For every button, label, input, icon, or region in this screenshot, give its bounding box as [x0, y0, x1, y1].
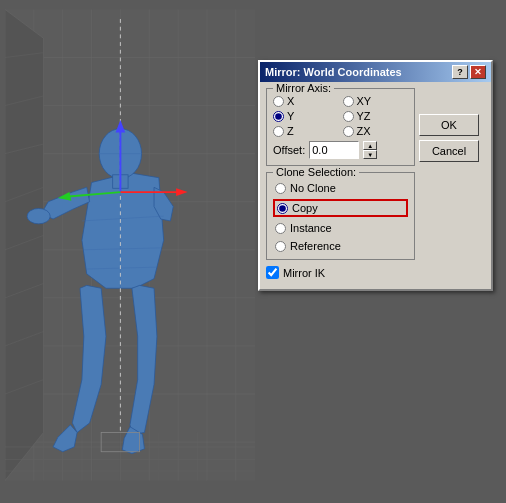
axis-zx-item[interactable]: ZX	[343, 125, 409, 137]
clone-selection-label: Clone Selection:	[273, 166, 359, 178]
axis-yz-item[interactable]: YZ	[343, 110, 409, 122]
axis-zx-radio[interactable]	[343, 126, 354, 137]
clone-reference-label: Reference	[290, 240, 341, 252]
offset-up-arrow[interactable]: ▲	[363, 141, 377, 150]
clone-copy-label: Copy	[292, 202, 318, 214]
ok-button[interactable]: OK	[419, 114, 479, 136]
axis-y-label: Y	[287, 110, 294, 122]
title-bar-buttons: ? ✕	[452, 65, 486, 79]
svg-marker-18	[5, 9, 43, 480]
axis-z-radio[interactable]	[273, 126, 284, 137]
dialog-content: Mirror Axis: X XY	[266, 88, 485, 279]
svg-marker-35	[82, 173, 164, 288]
offset-down-arrow[interactable]: ▼	[363, 150, 377, 159]
clone-no-clone-label: No Clone	[290, 182, 336, 194]
axis-z-item[interactable]: Z	[273, 125, 339, 137]
svg-point-41	[27, 208, 50, 223]
3d-scene	[5, 5, 255, 485]
help-button[interactable]: ?	[452, 65, 468, 79]
axis-x-label: X	[287, 95, 294, 107]
close-button[interactable]: ✕	[470, 65, 486, 79]
clone-reference-item[interactable]: Reference	[273, 239, 408, 253]
clone-selection-group: Clone Selection: No Clone Copy	[266, 172, 415, 260]
axis-yz-radio[interactable]	[343, 111, 354, 122]
axis-xy-item[interactable]: XY	[343, 95, 409, 107]
mirror-ik-label: Mirror IK	[283, 267, 325, 279]
left-section: Mirror Axis: X XY	[266, 88, 415, 279]
dialog-title-bar: Mirror: World Coordinates ? ✕	[260, 62, 491, 82]
offset-input[interactable]	[309, 141, 359, 159]
clone-reference-radio[interactable]	[275, 241, 286, 252]
axis-x-radio[interactable]	[273, 96, 284, 107]
mirror-dialog: Mirror: World Coordinates ? ✕ Mirror Axi…	[258, 60, 493, 291]
clone-no-clone-radio[interactable]	[275, 183, 286, 194]
clone-radio-list: No Clone Copy Instance	[273, 181, 408, 253]
clone-copy-radio[interactable]	[277, 203, 288, 214]
axis-xy-label: XY	[357, 95, 372, 107]
cancel-button[interactable]: Cancel	[419, 140, 479, 162]
axis-zx-label: ZX	[357, 125, 371, 137]
mirror-ik-checkbox[interactable]	[266, 266, 279, 279]
offset-label: Offset:	[273, 144, 305, 156]
axis-yz-label: YZ	[357, 110, 371, 122]
axis-x-item[interactable]: X	[273, 95, 339, 107]
action-buttons: OK Cancel	[419, 114, 479, 162]
axis-xy-radio[interactable]	[343, 96, 354, 107]
axis-y-item[interactable]: Y	[273, 110, 339, 122]
mirror-ik-row: Mirror IK	[266, 266, 415, 279]
clone-no-clone-item[interactable]: No Clone	[273, 181, 408, 195]
clone-instance-item[interactable]: Instance	[273, 221, 408, 235]
clone-instance-label: Instance	[290, 222, 332, 234]
offset-spinner: ▲ ▼	[363, 141, 377, 159]
mirror-axis-group: Mirror Axis: X XY	[266, 88, 415, 166]
clone-copy-item[interactable]: Copy	[273, 199, 408, 217]
mirror-axis-label: Mirror Axis:	[273, 82, 334, 94]
offset-row: Offset: ▲ ▼	[273, 141, 408, 159]
clone-instance-radio[interactable]	[275, 223, 286, 234]
axis-y-radio[interactable]	[273, 111, 284, 122]
dialog-body: Mirror Axis: X XY	[260, 82, 491, 289]
axis-radio-grid: X XY Y	[273, 95, 408, 137]
dialog-title: Mirror: World Coordinates	[265, 66, 402, 78]
axis-z-label: Z	[287, 125, 294, 137]
